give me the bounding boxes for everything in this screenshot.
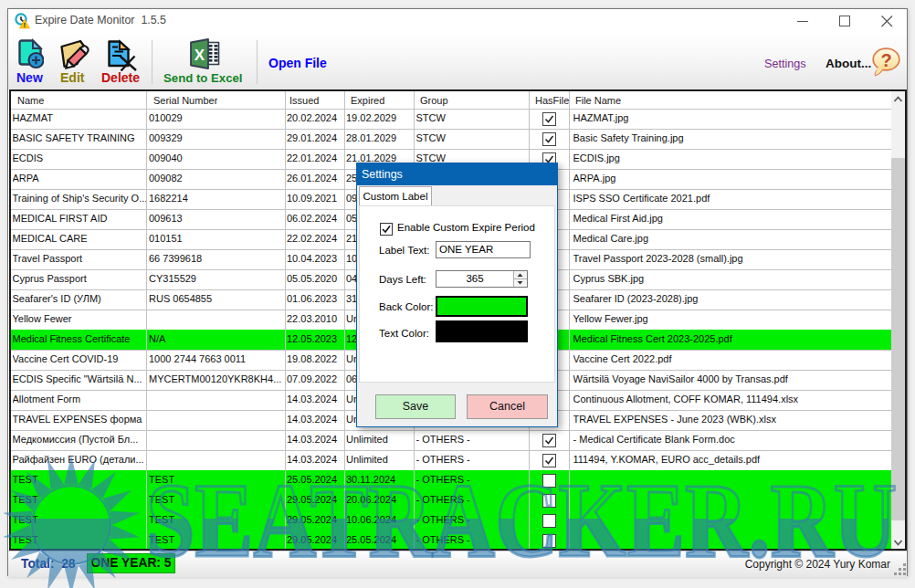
- svg-text:?: ?: [880, 50, 891, 70]
- svg-text:X: X: [195, 47, 205, 64]
- svg-text:!: !: [24, 21, 26, 29]
